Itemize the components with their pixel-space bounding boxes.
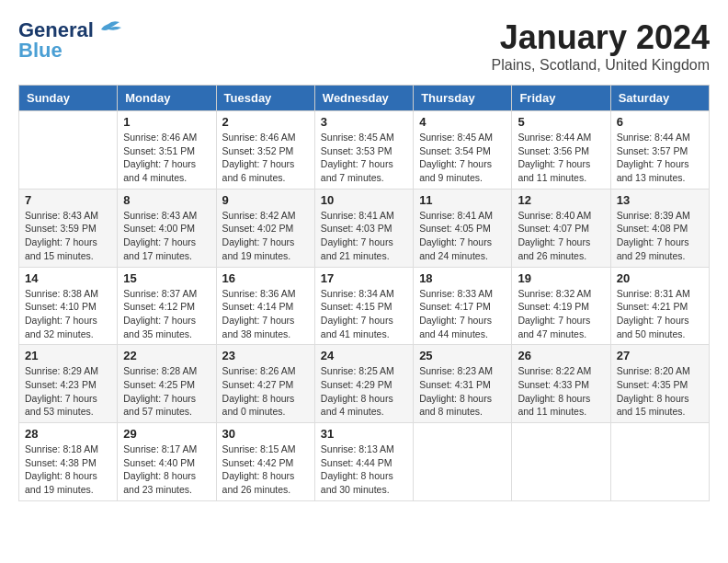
day-number: 21 (25, 349, 111, 362)
day-info: Sunrise: 8:29 AMSunset: 4:23 PMDaylight:… (25, 364, 111, 419)
day-info: Sunrise: 8:18 AMSunset: 4:38 PMDaylight:… (25, 442, 111, 497)
day-number: 1 (123, 115, 210, 129)
header-friday: Friday (512, 86, 610, 111)
calendar-cell-w3-d2: 15Sunrise: 8:37 AMSunset: 4:12 PMDayligh… (118, 267, 216, 345)
day-number: 25 (419, 349, 506, 362)
calendar-cell-w5-d6 (512, 423, 610, 501)
calendar-cell-w4-d6: 26Sunrise: 8:22 AMSunset: 4:33 PMDayligh… (512, 345, 610, 423)
day-number: 8 (123, 193, 210, 207)
day-info: Sunrise: 8:32 AMSunset: 4:19 PMDaylight:… (518, 287, 604, 341)
day-number: 29 (123, 427, 210, 441)
logo: General Blue (18, 18, 123, 63)
day-info: Sunrise: 8:41 AMSunset: 4:03 PMDaylight:… (321, 209, 407, 263)
day-number: 10 (321, 193, 407, 207)
calendar-cell-w5-d3: 30Sunrise: 8:15 AMSunset: 4:42 PMDayligh… (216, 423, 314, 501)
day-info: Sunrise: 8:40 AMSunset: 4:07 PMDaylight:… (518, 209, 604, 263)
day-info: Sunrise: 8:43 AMSunset: 4:00 PMDaylight:… (123, 209, 210, 263)
calendar-cell-w5-d2: 29Sunrise: 8:17 AMSunset: 4:40 PMDayligh… (118, 423, 216, 501)
calendar-cell-w1-d3: 2Sunrise: 8:46 AMSunset: 3:52 PMDaylight… (216, 111, 314, 190)
week-row-1: 1Sunrise: 8:46 AMSunset: 3:51 PMDaylight… (19, 111, 710, 190)
day-number: 20 (617, 271, 703, 285)
logo-blue: Blue (18, 39, 63, 63)
day-number: 5 (518, 115, 604, 129)
day-info: Sunrise: 8:23 AMSunset: 4:31 PMDaylight:… (419, 364, 506, 419)
day-number: 18 (419, 271, 506, 285)
week-row-2: 7Sunrise: 8:43 AMSunset: 3:59 PMDaylight… (19, 189, 710, 267)
day-info: Sunrise: 8:22 AMSunset: 4:33 PMDaylight:… (518, 364, 604, 419)
day-info: Sunrise: 8:31 AMSunset: 4:21 PMDaylight:… (617, 287, 703, 341)
day-info: Sunrise: 8:44 AMSunset: 3:57 PMDaylight:… (617, 131, 703, 185)
calendar-cell-w3-d5: 18Sunrise: 8:33 AMSunset: 4:17 PMDayligh… (414, 267, 512, 345)
day-number: 14 (25, 271, 111, 285)
calendar-cell-w2-d4: 10Sunrise: 8:41 AMSunset: 4:03 PMDayligh… (314, 189, 413, 267)
day-number: 30 (222, 427, 309, 441)
day-info: Sunrise: 8:37 AMSunset: 4:12 PMDaylight:… (123, 287, 210, 341)
page-header: General Blue January 2024 Plains, Scotla… (18, 18, 710, 74)
day-number: 12 (518, 193, 604, 207)
day-number: 19 (518, 271, 604, 285)
day-number: 22 (123, 349, 210, 362)
calendar-cell-w2-d7: 13Sunrise: 8:39 AMSunset: 4:08 PMDayligh… (610, 189, 709, 267)
day-number: 15 (123, 271, 210, 285)
day-number: 11 (419, 193, 506, 207)
day-info: Sunrise: 8:38 AMSunset: 4:10 PMDaylight:… (25, 287, 111, 341)
header-wednesday: Wednesday (314, 86, 413, 111)
day-info: Sunrise: 8:46 AMSunset: 3:52 PMDaylight:… (222, 131, 309, 185)
calendar-cell-w5-d5 (414, 423, 512, 501)
calendar-cell-w3-d3: 16Sunrise: 8:36 AMSunset: 4:14 PMDayligh… (216, 267, 314, 345)
day-info: Sunrise: 8:41 AMSunset: 4:05 PMDaylight:… (419, 209, 506, 263)
day-number: 16 (222, 271, 309, 285)
calendar-cell-w5-d1: 28Sunrise: 8:18 AMSunset: 4:38 PMDayligh… (19, 423, 118, 501)
day-number: 6 (617, 115, 703, 129)
calendar-cell-w2-d6: 12Sunrise: 8:40 AMSunset: 4:07 PMDayligh… (512, 189, 610, 267)
calendar-cell-w3-d4: 17Sunrise: 8:34 AMSunset: 4:15 PMDayligh… (314, 267, 413, 345)
day-number: 23 (222, 349, 309, 362)
day-info: Sunrise: 8:26 AMSunset: 4:27 PMDaylight:… (222, 364, 309, 419)
day-info: Sunrise: 8:44 AMSunset: 3:56 PMDaylight:… (518, 131, 604, 185)
calendar-table: Sunday Monday Tuesday Wednesday Thursday… (18, 85, 710, 501)
day-info: Sunrise: 8:20 AMSunset: 4:35 PMDaylight:… (617, 364, 703, 419)
calendar-cell-w4-d7: 27Sunrise: 8:20 AMSunset: 4:35 PMDayligh… (610, 345, 709, 423)
calendar-cell-w4-d5: 25Sunrise: 8:23 AMSunset: 4:31 PMDayligh… (414, 345, 512, 423)
location-subtitle: Plains, Scotland, United Kingdom (492, 57, 710, 74)
day-number: 4 (419, 115, 506, 129)
day-info: Sunrise: 8:13 AMSunset: 4:44 PMDaylight:… (321, 442, 407, 497)
calendar-cell-w4-d2: 22Sunrise: 8:28 AMSunset: 4:25 PMDayligh… (118, 345, 216, 423)
day-number: 3 (321, 115, 407, 129)
day-info: Sunrise: 8:45 AMSunset: 3:53 PMDaylight:… (321, 131, 407, 185)
day-number: 28 (25, 427, 111, 441)
header-sunday: Sunday (19, 86, 118, 111)
calendar-cell-w4-d1: 21Sunrise: 8:29 AMSunset: 4:23 PMDayligh… (19, 345, 118, 423)
day-info: Sunrise: 8:42 AMSunset: 4:02 PMDaylight:… (222, 209, 309, 263)
title-section: January 2024 Plains, Scotland, United Ki… (492, 18, 710, 74)
header-monday: Monday (118, 86, 216, 111)
day-info: Sunrise: 8:25 AMSunset: 4:29 PMDaylight:… (321, 364, 407, 419)
calendar-cell-w1-d4: 3Sunrise: 8:45 AMSunset: 3:53 PMDaylight… (314, 111, 413, 190)
day-number: 24 (321, 349, 407, 362)
calendar-cell-w1-d1 (19, 111, 118, 190)
day-info: Sunrise: 8:39 AMSunset: 4:08 PMDaylight:… (617, 209, 703, 263)
calendar-cell-w3-d1: 14Sunrise: 8:38 AMSunset: 4:10 PMDayligh… (19, 267, 118, 345)
day-number: 27 (617, 349, 703, 362)
calendar-cell-w5-d7 (610, 423, 709, 501)
day-info: Sunrise: 8:15 AMSunset: 4:42 PMDaylight:… (222, 442, 309, 497)
day-number: 26 (518, 349, 604, 362)
logo-bird-icon (94, 20, 123, 40)
day-info: Sunrise: 8:43 AMSunset: 3:59 PMDaylight:… (25, 209, 111, 263)
calendar-cell-w2-d5: 11Sunrise: 8:41 AMSunset: 4:05 PMDayligh… (414, 189, 512, 267)
calendar-cell-w3-d6: 19Sunrise: 8:32 AMSunset: 4:19 PMDayligh… (512, 267, 610, 345)
day-info: Sunrise: 8:36 AMSunset: 4:14 PMDaylight:… (222, 287, 309, 341)
day-number: 9 (222, 193, 309, 207)
calendar-cell-w1-d7: 6Sunrise: 8:44 AMSunset: 3:57 PMDaylight… (610, 111, 709, 190)
calendar-cell-w4-d3: 23Sunrise: 8:26 AMSunset: 4:27 PMDayligh… (216, 345, 314, 423)
calendar-header-row: Sunday Monday Tuesday Wednesday Thursday… (19, 86, 710, 111)
header-saturday: Saturday (610, 86, 709, 111)
header-tuesday: Tuesday (216, 86, 314, 111)
day-info: Sunrise: 8:45 AMSunset: 3:54 PMDaylight:… (419, 131, 506, 185)
calendar-cell-w2-d3: 9Sunrise: 8:42 AMSunset: 4:02 PMDaylight… (216, 189, 314, 267)
day-number: 31 (321, 427, 407, 441)
month-title: January 2024 (492, 18, 710, 57)
day-info: Sunrise: 8:33 AMSunset: 4:17 PMDaylight:… (419, 287, 506, 341)
header-thursday: Thursday (414, 86, 512, 111)
day-number: 7 (25, 193, 111, 207)
